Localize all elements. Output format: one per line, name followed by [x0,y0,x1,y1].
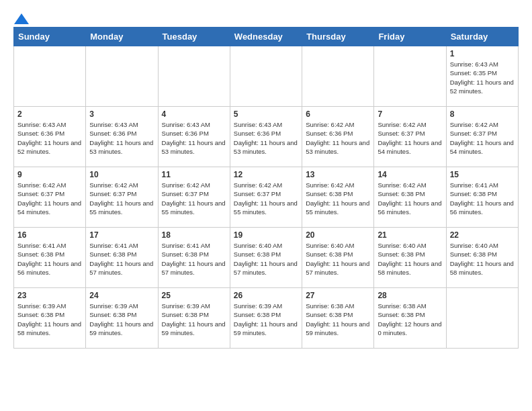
calendar-cell: 7Sunrise: 6:42 AM Sunset: 6:37 PM Daylig… [374,107,446,167]
day-info: Sunrise: 6:40 AM Sunset: 6:38 PM Dayligh… [234,241,298,277]
day-number: 3 [89,109,154,119]
day-info: Sunrise: 6:42 AM Sunset: 6:37 PM Dayligh… [89,181,154,216]
calendar-cell: 21Sunrise: 6:40 AM Sunset: 6:38 PM Dayli… [374,228,446,288]
calendar-cell [230,46,302,107]
weekday-header-monday: Monday [86,28,158,46]
page-container: SundayMondayTuesdayWednesdayThursdayFrid… [13,13,519,349]
calendar-cell: 2Sunrise: 6:43 AM Sunset: 6:36 PM Daylig… [14,107,86,167]
logo-icon [14,13,29,24]
day-number: 1 [450,49,515,58]
day-number: 10 [89,170,154,179]
calendar-cell: 13Sunrise: 6:42 AM Sunset: 6:38 PM Dayli… [302,167,374,228]
calendar-week-4: 16Sunrise: 6:41 AM Sunset: 6:38 PM Dayli… [14,228,519,288]
day-number: 17 [89,230,154,240]
page-header [13,13,519,21]
day-info: Sunrise: 6:40 AM Sunset: 6:38 PM Dayligh… [378,241,442,277]
day-number: 13 [306,170,370,179]
day-number: 28 [378,291,442,300]
day-number: 14 [378,170,442,179]
calendar-cell: 8Sunrise: 6:42 AM Sunset: 6:37 PM Daylig… [446,107,518,167]
day-number: 21 [378,230,442,240]
day-number: 26 [234,291,298,300]
day-info: Sunrise: 6:41 AM Sunset: 6:38 PM Dayligh… [162,241,226,277]
day-number: 27 [306,291,370,300]
calendar-cell: 10Sunrise: 6:42 AM Sunset: 6:37 PM Dayli… [86,167,158,228]
calendar-week-2: 2Sunrise: 6:43 AM Sunset: 6:36 PM Daylig… [14,107,519,167]
svg-marker-0 [14,13,29,24]
calendar-cell: 14Sunrise: 6:42 AM Sunset: 6:38 PM Dayli… [374,167,446,228]
calendar-cell: 18Sunrise: 6:41 AM Sunset: 6:38 PM Dayli… [158,228,230,288]
day-info: Sunrise: 6:42 AM Sunset: 6:37 PM Dayligh… [234,181,298,216]
weekday-header-saturday: Saturday [446,28,518,46]
day-number: 9 [17,170,82,179]
day-number: 25 [162,291,226,300]
day-info: Sunrise: 6:42 AM Sunset: 6:37 PM Dayligh… [17,181,82,216]
day-number: 19 [234,230,298,240]
calendar-cell: 1Sunrise: 6:43 AM Sunset: 6:35 PM Daylig… [446,46,518,107]
calendar-cell: 5Sunrise: 6:43 AM Sunset: 6:36 PM Daylig… [230,107,302,167]
weekday-header-thursday: Thursday [302,28,374,46]
calendar-cell [14,46,86,107]
weekday-header-friday: Friday [374,28,446,46]
weekday-header-sunday: Sunday [14,28,86,46]
day-info: Sunrise: 6:43 AM Sunset: 6:36 PM Dayligh… [234,120,298,156]
calendar-cell: 11Sunrise: 6:42 AM Sunset: 6:37 PM Dayli… [158,167,230,228]
calendar-cell: 25Sunrise: 6:39 AM Sunset: 6:38 PM Dayli… [158,288,230,349]
calendar-cell: 15Sunrise: 6:41 AM Sunset: 6:38 PM Dayli… [446,167,518,228]
day-info: Sunrise: 6:43 AM Sunset: 6:36 PM Dayligh… [89,120,154,156]
day-info: Sunrise: 6:43 AM Sunset: 6:36 PM Dayligh… [162,120,226,156]
weekday-header-wednesday: Wednesday [230,28,302,46]
calendar-cell: 24Sunrise: 6:39 AM Sunset: 6:38 PM Dayli… [86,288,158,349]
day-info: Sunrise: 6:39 AM Sunset: 6:38 PM Dayligh… [162,302,226,337]
calendar-cell: 28Sunrise: 6:38 AM Sunset: 6:38 PM Dayli… [374,288,446,349]
day-info: Sunrise: 6:43 AM Sunset: 6:36 PM Dayligh… [17,120,82,156]
day-info: Sunrise: 6:41 AM Sunset: 6:38 PM Dayligh… [450,181,515,216]
day-info: Sunrise: 6:43 AM Sunset: 6:35 PM Dayligh… [450,60,515,95]
day-number: 7 [378,109,442,119]
day-number: 4 [162,109,226,119]
day-number: 5 [234,109,298,119]
day-info: Sunrise: 6:39 AM Sunset: 6:38 PM Dayligh… [89,302,154,337]
calendar-cell: 23Sunrise: 6:39 AM Sunset: 6:38 PM Dayli… [14,288,86,349]
calendar-cell: 3Sunrise: 6:43 AM Sunset: 6:36 PM Daylig… [86,107,158,167]
calendar-week-1: 1Sunrise: 6:43 AM Sunset: 6:35 PM Daylig… [14,46,519,107]
day-number: 20 [306,230,370,240]
day-number: 24 [89,291,154,300]
day-number: 12 [234,170,298,179]
calendar-cell [158,46,230,107]
calendar-cell: 16Sunrise: 6:41 AM Sunset: 6:38 PM Dayli… [14,228,86,288]
day-info: Sunrise: 6:42 AM Sunset: 6:38 PM Dayligh… [306,181,370,216]
calendar-cell [374,46,446,107]
day-info: Sunrise: 6:42 AM Sunset: 6:37 PM Dayligh… [450,120,515,156]
calendar-cell: 22Sunrise: 6:40 AM Sunset: 6:38 PM Dayli… [446,228,518,288]
calendar-week-5: 23Sunrise: 6:39 AM Sunset: 6:38 PM Dayli… [14,288,519,349]
day-info: Sunrise: 6:39 AM Sunset: 6:38 PM Dayligh… [17,302,82,337]
logo [13,13,30,21]
calendar-table: SundayMondayTuesdayWednesdayThursdayFrid… [13,27,519,349]
calendar-cell: 12Sunrise: 6:42 AM Sunset: 6:37 PM Dayli… [230,167,302,228]
day-info: Sunrise: 6:38 AM Sunset: 6:38 PM Dayligh… [306,302,370,337]
calendar-cell: 20Sunrise: 6:40 AM Sunset: 6:38 PM Dayli… [302,228,374,288]
day-info: Sunrise: 6:42 AM Sunset: 6:36 PM Dayligh… [306,120,370,156]
day-number: 6 [306,109,370,119]
calendar-cell: 26Sunrise: 6:39 AM Sunset: 6:38 PM Dayli… [230,288,302,349]
calendar-cell [86,46,158,107]
weekday-header-tuesday: Tuesday [158,28,230,46]
day-info: Sunrise: 6:42 AM Sunset: 6:37 PM Dayligh… [162,181,226,216]
day-number: 2 [17,109,82,119]
calendar-cell: 27Sunrise: 6:38 AM Sunset: 6:38 PM Dayli… [302,288,374,349]
calendar-cell: 19Sunrise: 6:40 AM Sunset: 6:38 PM Dayli… [230,228,302,288]
calendar-week-3: 9Sunrise: 6:42 AM Sunset: 6:37 PM Daylig… [14,167,519,228]
calendar-cell: 6Sunrise: 6:42 AM Sunset: 6:36 PM Daylig… [302,107,374,167]
day-number: 22 [450,230,515,240]
calendar-cell: 4Sunrise: 6:43 AM Sunset: 6:36 PM Daylig… [158,107,230,167]
day-info: Sunrise: 6:42 AM Sunset: 6:38 PM Dayligh… [378,181,442,216]
calendar-cell [446,288,518,349]
day-number: 16 [17,230,82,240]
day-info: Sunrise: 6:41 AM Sunset: 6:38 PM Dayligh… [89,241,154,277]
day-info: Sunrise: 6:40 AM Sunset: 6:38 PM Dayligh… [450,241,515,277]
day-info: Sunrise: 6:42 AM Sunset: 6:37 PM Dayligh… [378,120,442,156]
day-info: Sunrise: 6:41 AM Sunset: 6:38 PM Dayligh… [17,241,82,277]
day-info: Sunrise: 6:39 AM Sunset: 6:38 PM Dayligh… [234,302,298,337]
day-number: 15 [450,170,515,179]
